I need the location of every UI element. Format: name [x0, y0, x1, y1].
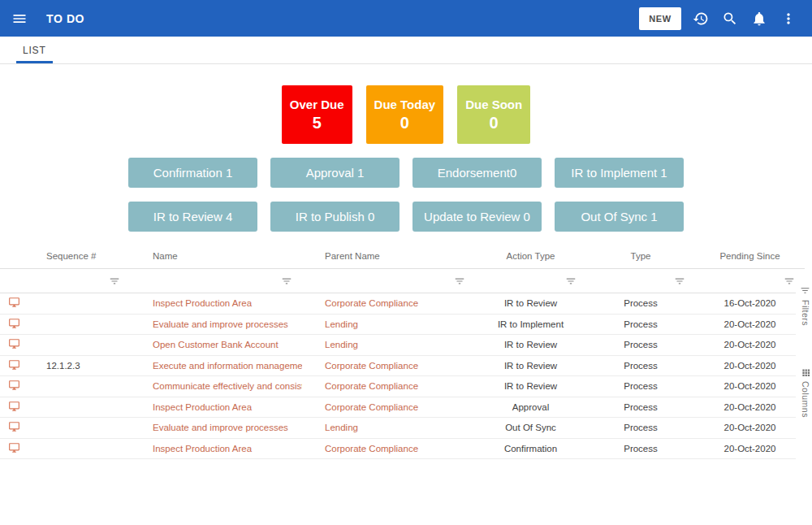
monitor-icon[interactable]	[8, 442, 20, 455]
column-filter[interactable]	[586, 269, 695, 293]
filter-icon	[565, 276, 577, 287]
parent-name-link[interactable]: Corporate Compliance	[325, 444, 418, 453]
table-row: Evaluate and improve processes Lending I…	[0, 315, 805, 336]
category-filter-button[interactable]: Update to Review 0	[412, 202, 542, 232]
parent-name-link[interactable]: Corporate Compliance	[325, 381, 418, 391]
tab-list[interactable]: LIST	[16, 37, 53, 64]
parent-name-link[interactable]: Lending	[325, 340, 358, 349]
summary-card[interactable]: Over Due 5	[282, 85, 352, 144]
category-buttons-row-2: IR to Review 4 IR to Publish 0 Update to…	[0, 202, 812, 232]
cell-sequence	[32, 418, 130, 438]
category-buttons-row-1: Confirmation 1 Approval 1 Endorsement0 I…	[0, 158, 812, 188]
name-link[interactable]: Evaluate and improve processes	[153, 319, 288, 329]
category-filter-button[interactable]: Endorsement0	[412, 158, 542, 188]
column-filter[interactable]	[695, 269, 805, 293]
summary-card-count: 0	[490, 112, 499, 133]
category-filter-button[interactable]: Confirmation 1	[128, 158, 257, 188]
filters-panel-toggle[interactable]: Filters	[800, 285, 810, 326]
name-link[interactable]: Inspect Production Area	[153, 298, 252, 308]
parent-name-link[interactable]: Lending	[325, 319, 358, 329]
filters-panel-label: Filters	[801, 300, 810, 326]
new-button[interactable]: NEW	[639, 7, 681, 30]
column-header[interactable]: Action Type	[475, 244, 586, 268]
category-filter-button[interactable]: IR to Review 4	[128, 202, 257, 232]
search-icon[interactable]	[720, 9, 740, 28]
column-header[interactable]: Sequence #	[32, 244, 130, 268]
cell-action-type: IR to Review	[475, 293, 586, 314]
menu-icon[interactable]	[10, 9, 29, 28]
todo-table: Sequence #NameParent NameAction TypeType…	[0, 244, 805, 459]
parent-name-link[interactable]: Corporate Compliance	[325, 361, 418, 371]
filter-icon	[454, 276, 465, 287]
summary-card[interactable]: Due Today 0	[366, 85, 444, 144]
filter-icon	[674, 276, 685, 287]
name-link[interactable]: Open Customer Bank Account	[153, 340, 279, 349]
app-header: TO DO NEW	[0, 0, 812, 37]
monitor-icon[interactable]	[8, 421, 20, 434]
cell-pending-since: 20-Oct-2020	[695, 376, 805, 397]
column-header[interactable]: Name	[130, 244, 302, 268]
monitor-icon[interactable]	[8, 318, 20, 331]
cell-pending-since: 16-Oct-2020	[695, 293, 805, 314]
filter-icon	[784, 276, 795, 287]
category-filter-button[interactable]: IR to Implement 1	[555, 158, 684, 188]
monitor-icon[interactable]	[8, 359, 20, 372]
filter-icon	[109, 276, 120, 287]
tab-list-label: LIST	[23, 45, 46, 56]
filter-list-icon	[800, 285, 810, 296]
app-title: TO DO	[46, 12, 84, 25]
table-row: Open Customer Bank Account Lending IR to…	[0, 335, 805, 356]
summary-cards: Over Due 5 Due Today 0 Due Soon 0	[0, 85, 812, 144]
category-filter-button[interactable]: Out Of Sync 1	[555, 202, 684, 232]
columns-panel-label: Columns	[801, 381, 810, 418]
cell-sequence	[32, 293, 130, 314]
name-link[interactable]: Evaluate and improve processes	[153, 423, 288, 432]
column-filter[interactable]	[32, 269, 130, 293]
cell-action-type: IR to Review	[475, 356, 586, 376]
cell-pending-since: 20-Oct-2020	[695, 418, 805, 438]
cell-sequence: 12.1.2.3	[32, 356, 130, 376]
monitor-icon[interactable]	[8, 338, 20, 351]
monitor-icon[interactable]	[8, 380, 20, 393]
active-tab-indicator	[16, 61, 53, 63]
column-filter[interactable]	[475, 269, 586, 293]
cell-type: Process	[586, 293, 695, 314]
parent-name-link[interactable]: Lending	[325, 423, 358, 432]
history-icon[interactable]	[691, 9, 710, 28]
parent-name-link[interactable]: Corporate Compliance	[325, 402, 418, 412]
table-filter-row	[0, 269, 805, 293]
more-options-icon[interactable]	[779, 9, 798, 28]
notifications-icon[interactable]	[749, 9, 769, 28]
column-filter[interactable]	[302, 269, 475, 293]
filter-icon-spacer	[0, 269, 32, 293]
cell-pending-since: 20-Oct-2020	[695, 356, 805, 376]
name-link[interactable]: Inspect Production Area	[153, 444, 252, 453]
column-header[interactable]: Type	[586, 244, 695, 268]
table-row: Inspect Production Area Corporate Compli…	[0, 439, 805, 460]
category-filter-button[interactable]: Approval 1	[270, 158, 400, 188]
table-row: 12.1.2.3 Execute and information managem…	[0, 356, 805, 377]
column-header[interactable]: Pending Since	[695, 244, 805, 268]
category-filter-button[interactable]: IR to Publish 0	[270, 202, 400, 232]
cell-action-type: IR to Review	[475, 335, 586, 355]
cell-sequence	[32, 376, 130, 397]
parent-name-link[interactable]: Corporate Compliance	[325, 298, 418, 308]
name-link[interactable]: Inspect Production Area	[153, 402, 252, 412]
cell-action-type: IR to Implement	[475, 315, 586, 335]
cell-type: Process	[586, 315, 695, 335]
columns-panel-toggle[interactable]: Columns	[801, 368, 810, 418]
cell-type: Process	[586, 356, 695, 376]
column-header[interactable]: Parent Name	[302, 244, 475, 268]
cell-sequence	[32, 335, 130, 355]
column-filter[interactable]	[130, 269, 302, 293]
cell-type: Process	[586, 418, 695, 438]
monitor-icon[interactable]	[8, 297, 20, 310]
name-link[interactable]: Communicate effectively and consistently	[153, 381, 302, 391]
monitor-icon[interactable]	[8, 401, 20, 414]
cell-action-type: Approval	[475, 397, 586, 418]
name-link[interactable]: Execute and information management plan	[153, 361, 302, 371]
table-row: Inspect Production Area Corporate Compli…	[0, 293, 805, 315]
table-row: Communicate effectively and consistently…	[0, 376, 805, 397]
summary-card[interactable]: Due Soon 0	[457, 85, 530, 144]
summary-card-label: Due Today	[374, 97, 436, 112]
